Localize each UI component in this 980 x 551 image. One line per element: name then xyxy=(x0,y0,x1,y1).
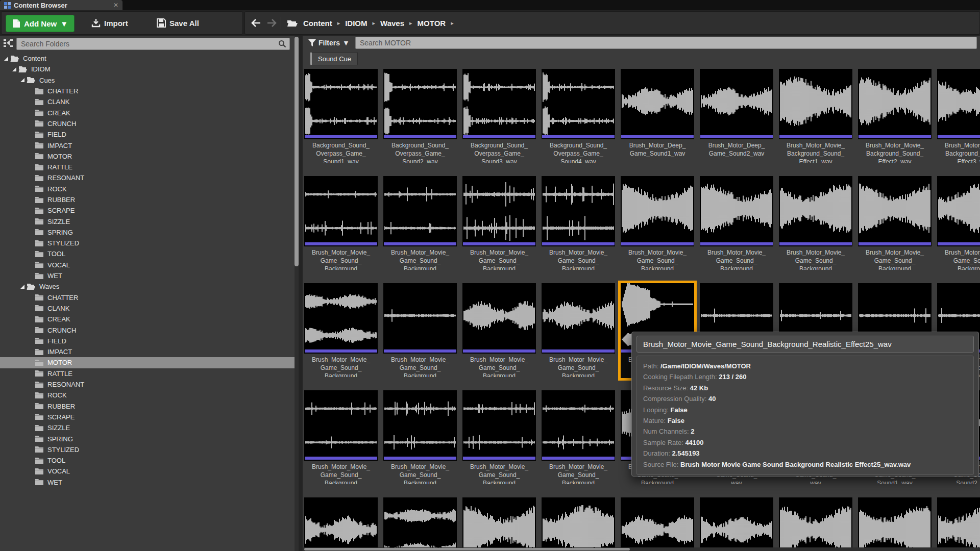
asset-tile[interactable]: Brush_Motor_Movie_Game_Sound_Background xyxy=(462,176,536,271)
folder-tree-item-chatter[interactable]: CHATTER xyxy=(0,86,300,96)
save-all-button[interactable]: Save All xyxy=(153,15,203,31)
asset-tile[interactable]: Brush_Motor_Deep_Game_Sound2_wav xyxy=(700,69,773,164)
search-assets-input[interactable] xyxy=(356,39,976,47)
folder-tree-item-waves[interactable]: Waves xyxy=(0,281,300,292)
expander-arrow-icon[interactable] xyxy=(11,66,17,72)
folder-tree-item-sizzle[interactable]: SIZZLE xyxy=(0,216,300,227)
breadcrumb-item-waves[interactable]: Waves xyxy=(380,19,404,28)
panel-splitter[interactable] xyxy=(299,36,303,551)
asset-tile[interactable] xyxy=(621,497,694,551)
tab-close-icon[interactable]: ✕ xyxy=(113,2,118,9)
folder-tree-item-rock[interactable]: ROCK xyxy=(0,184,300,194)
search-folders-input[interactable] xyxy=(17,40,278,48)
folder-tree-item-field[interactable]: FIELD xyxy=(0,129,300,140)
folder-tree-item-wet[interactable]: WET xyxy=(0,477,300,488)
folder-tree-item-content[interactable]: Content xyxy=(0,53,300,64)
folder-tree-item-stylized[interactable]: STYLIZED xyxy=(0,444,300,455)
sidebar-scrollbar-thumb[interactable] xyxy=(295,37,299,266)
asset-tile[interactable] xyxy=(462,497,536,551)
folder-tree-item-idiom[interactable]: IDIOM xyxy=(0,64,300,74)
expander-arrow-icon[interactable] xyxy=(3,56,9,62)
folder-tree-item-tool[interactable]: TOOL xyxy=(0,455,300,466)
forward-button[interactable] xyxy=(265,17,278,29)
folder-tree-item-scrape[interactable]: SCRAPE xyxy=(0,412,300,422)
filter-chip-sound-cue[interactable]: Sound Cue xyxy=(310,52,358,65)
folder-tree-item-cues[interactable]: Cues xyxy=(0,75,300,86)
asset-tile[interactable]: Brush_Motor_Movie_Game_Sound_Background xyxy=(304,176,378,271)
asset-tile[interactable]: Brush_Motor_Movie_Game_Sound_Background xyxy=(858,176,932,271)
expander-arrow-icon[interactable] xyxy=(19,77,26,83)
expander-arrow-icon[interactable] xyxy=(19,284,26,290)
asset-tile[interactable]: Brush_Motor_Movie_Game_Sound_Background xyxy=(937,176,980,271)
add-new-button[interactable]: Add New ▼ xyxy=(6,15,75,32)
asset-tile[interactable]: Brush_Motor_Movie_Game_Sound_Background xyxy=(304,390,378,485)
asset-tile[interactable]: Brush_Motor_Movie_Game_Sound_Background xyxy=(462,390,536,485)
folder-tree-item-motor[interactable]: MOTOR xyxy=(0,151,300,162)
folder-tree-item-impact[interactable]: IMPACT xyxy=(0,346,300,357)
folder-tree-item-clank[interactable]: CLANK xyxy=(0,96,300,107)
asset-tile[interactable]: Brush_Motor_Movie_Background_Sound_Effec… xyxy=(858,69,932,164)
filters-button[interactable]: Filters ▼ xyxy=(308,37,350,49)
asset-tile[interactable]: Brush_Motor_Movie_Game_Sound_Background xyxy=(621,176,694,271)
asset-tile[interactable] xyxy=(304,497,378,551)
folder-tree-item-crunch[interactable]: CRUNCH xyxy=(0,324,300,335)
asset-tile[interactable] xyxy=(383,497,457,551)
asset-tile[interactable]: Brush_Motor_Movie_Game_Sound_Background xyxy=(304,283,378,378)
asset-tile[interactable]: Brush_Motor_Movie_Game_Sound_Background xyxy=(700,176,773,271)
asset-tile[interactable]: Brush_Motor_Movie_Background_Sound_Effec… xyxy=(779,69,852,164)
folder-tree-item-impact[interactable]: IMPACT xyxy=(0,140,300,151)
back-button[interactable] xyxy=(250,17,262,29)
folder-tree-item-creak[interactable]: CREAK xyxy=(0,314,300,324)
folder-tree-item-rubber[interactable]: RUBBER xyxy=(0,194,300,205)
asset-tile[interactable]: Brush_Motor_Movie_Game_Sound_Background xyxy=(542,390,615,485)
asset-tile[interactable] xyxy=(542,497,615,551)
folder-tree-item-crunch[interactable]: CRUNCH xyxy=(0,118,300,129)
folder-tree-item-rattle[interactable]: RATTLE xyxy=(0,368,300,379)
breadcrumb-item-motor[interactable]: MOTOR xyxy=(418,19,446,28)
asset-tile[interactable]: Brush_Motor_Deep_Game_Sound1_wav xyxy=(621,69,694,164)
folder-tree-item-vocal[interactable]: VOCAL xyxy=(0,466,300,477)
asset-tile[interactable]: Brush_Motor_Movie_Game_Sound_Background xyxy=(542,283,615,378)
asset-tile[interactable]: Brush_Motor_Movie_Game_Sound_Background xyxy=(462,283,536,378)
folder-tree-item-sizzle[interactable]: SIZZLE xyxy=(0,422,300,433)
folder-tree-item-vocal[interactable]: VOCAL xyxy=(0,260,300,270)
waveform-thumbnail xyxy=(304,69,378,139)
asset-tile[interactable]: Brush_Motor_Movie_Game_Sound_Background xyxy=(383,176,457,271)
asset-tile[interactable]: Background_Sound_Overpass_Game_Sound1_wa… xyxy=(304,69,378,164)
asset-tile[interactable]: Brush_Motor_Movie_Game_Sound_Background xyxy=(779,176,852,271)
folder-tree-item-clank[interactable]: CLANK xyxy=(0,303,300,314)
folder-tree-item-motor[interactable]: MOTOR xyxy=(0,357,300,368)
folder-tree-item-tool[interactable]: TOOL xyxy=(0,248,300,259)
breadcrumb-item-idiom[interactable]: IDIOM xyxy=(345,19,367,28)
folder-tree-item-spring[interactable]: SPRING xyxy=(0,433,300,444)
asset-tile[interactable] xyxy=(937,497,980,551)
asset-tile[interactable]: Brush_Motor_Movie_Game_Sound_Background xyxy=(383,390,457,485)
folder-tree-item-field[interactable]: FIELD xyxy=(0,336,300,346)
folder-tree-item-scrape[interactable]: SCRAPE xyxy=(0,205,300,216)
breadcrumb-item-content[interactable]: Content xyxy=(303,19,332,28)
asset-tile[interactable] xyxy=(858,497,932,551)
asset-tile[interactable]: Background_Sound_Overpass_Game_Sound2_wa… xyxy=(383,69,457,164)
grid-hscrollbar-thumb[interactable] xyxy=(304,548,630,550)
asset-tile[interactable] xyxy=(779,497,852,551)
asset-tile[interactable]: Brush_Motor_Movie_Game_Sound_Background xyxy=(542,176,615,271)
waveform-thumbnail xyxy=(937,176,980,246)
folder-tree-item-rock[interactable]: ROCK xyxy=(0,390,300,400)
folder-tree-item-rattle[interactable]: RATTLE xyxy=(0,162,300,172)
asset-tile[interactable]: Background_Sound_Overpass_Game_Sound3_wa… xyxy=(462,69,536,164)
folder-tree-item-resonant[interactable]: RESONANT xyxy=(0,379,300,390)
folder-tree-item-chatter[interactable]: CHATTER xyxy=(0,292,300,303)
hide-sources-toggle[interactable] xyxy=(3,38,15,50)
folder-tree-item-resonant[interactable]: RESONANT xyxy=(0,172,300,183)
asset-tile[interactable]: Brush_Motor_Movie_Background_Sound_Effec… xyxy=(937,69,980,164)
folder-tree-item-spring[interactable]: SPRING xyxy=(0,227,300,238)
asset-tile[interactable]: Background_Sound_Overpass_Game_Sound4_wa… xyxy=(542,69,615,164)
tab-content-browser[interactable]: Content Browser ✕ xyxy=(0,0,122,10)
asset-tile[interactable]: Brush_Motor_Movie_Game_Sound_Background xyxy=(383,283,457,378)
folder-tree-item-creak[interactable]: CREAK xyxy=(0,107,300,118)
folder-tree-item-stylized[interactable]: STYLIZED xyxy=(0,238,300,248)
folder-tree-item-rubber[interactable]: RUBBER xyxy=(0,401,300,412)
folder-tree-item-wet[interactable]: WET xyxy=(0,270,300,281)
asset-tile[interactable] xyxy=(700,497,773,551)
import-button[interactable]: Import xyxy=(87,15,132,31)
